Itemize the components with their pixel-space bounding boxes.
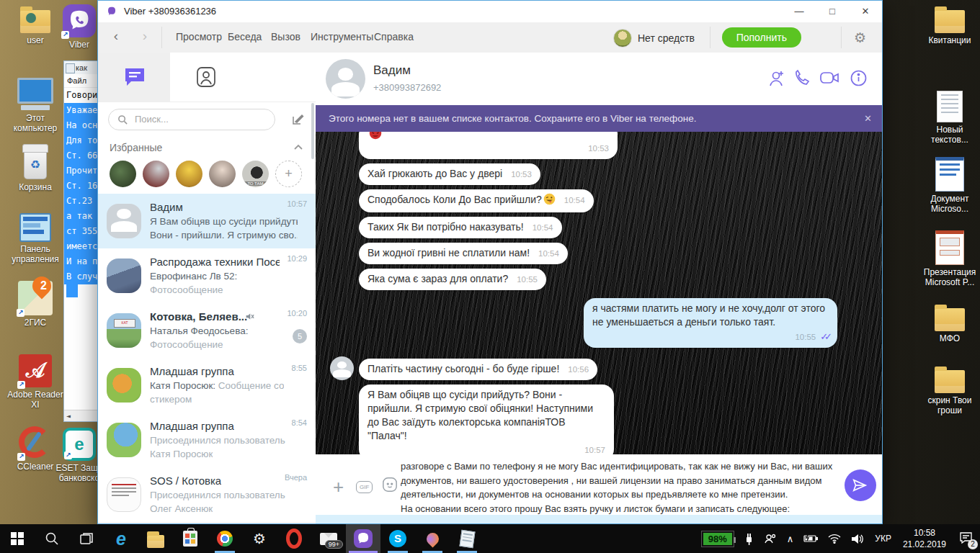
message-incoming[interactable]: Я Вам обіцяв що сусіди прийдуть? Вони - … <box>359 385 614 454</box>
plug-icon[interactable] <box>744 533 754 545</box>
notepad-horizontal-scrollbar[interactable]: ◄ <box>64 410 98 421</box>
people-icon[interactable] <box>764 533 777 544</box>
desktop-icon-recycle-bin[interactable]: ♻ Корзина <box>6 144 65 193</box>
minimize-button[interactable]: — <box>783 1 816 22</box>
speaker-icon[interactable] <box>851 534 864 544</box>
taskbar-search-button[interactable] <box>35 524 69 553</box>
taskbar-edge[interactable]: e <box>104 524 138 553</box>
action-center-button[interactable]: 2 <box>959 531 973 547</box>
taskbar-map-pin-app[interactable] <box>415 524 450 553</box>
nav-forward-button[interactable]: › <box>135 28 154 44</box>
search-input[interactable]: Поиск... <box>108 109 275 130</box>
message-incoming[interactable]: Платіть частину сьогодні - бо буде гірше… <box>359 359 597 380</box>
window-menubar: ‹ › Просмотр Беседа Вызов Инструменты Сп… <box>98 22 882 53</box>
notepad-menu-file[interactable]: Файл <box>64 74 98 88</box>
desktop-icon-new-text[interactable]: Новый текстов... <box>920 91 979 145</box>
battery-percent-indicator[interactable]: 98% <box>702 531 734 547</box>
menu-conversation[interactable]: Беседа <box>228 31 262 42</box>
clock[interactable]: 10:58 21.02.2019 <box>903 527 946 550</box>
messages-pane[interactable]: 10:53 Хай грюкають до Вас у двері10:53 С… <box>316 132 882 454</box>
message-incoming[interactable]: Ви жодної гривні не сплатили нам!10:54 <box>359 243 568 264</box>
tab-contacts[interactable] <box>170 53 242 102</box>
favorite-avatar[interactable] <box>209 161 236 187</box>
maximize-button[interactable]: □ <box>816 1 849 22</box>
info-icon[interactable] <box>850 69 868 90</box>
settings-gear-icon[interactable]: ⚙ <box>854 30 866 46</box>
chat-list-item[interactable]: Младшая группа 8:55 Катя Поросюк: Сообще… <box>98 358 316 413</box>
favorites-header[interactable]: Избранные <box>98 138 316 159</box>
chat-list-item[interactable]: Младшая группа 8:54 Присоединился пользо… <box>98 413 316 468</box>
favorite-avatar[interactable] <box>143 161 169 187</box>
desktop-icon-skrin-tvoi-groshi[interactable]: скрин Твои гроши <box>920 370 979 416</box>
attach-plus-icon[interactable]: + <box>333 476 344 498</box>
message-input[interactable]: разговоре с Вами по телефону я не могу В… <box>401 459 836 516</box>
battery-icon[interactable] <box>803 534 818 543</box>
sender-avatar[interactable] <box>330 356 354 380</box>
add-favorite-button[interactable]: + <box>275 161 302 187</box>
compose-icon[interactable] <box>291 113 304 126</box>
menu-tools[interactable]: Инструменты <box>311 31 373 42</box>
favorite-avatar[interactable] <box>176 161 202 187</box>
taskbar-chrome[interactable] <box>208 524 242 553</box>
message-incoming[interactable]: Таких Як Ви потрібно наказувать!10:54 <box>359 217 562 238</box>
close-button[interactable]: ✕ <box>849 1 882 22</box>
contact-avatar[interactable] <box>326 59 365 99</box>
taskbar-mail[interactable]: 99+ <box>311 524 346 553</box>
favorite-avatar[interactable]: ТО ТАМ <box>242 161 269 187</box>
favorite-avatar[interactable] <box>110 161 136 187</box>
chat-list-item[interactable]: КАТ Котовка, Беляев... 10:20 5 Наталья Ф… <box>98 303 316 359</box>
tray-expand-chevron[interactable]: ∧ <box>787 534 794 544</box>
avatar <box>107 477 141 512</box>
taskbar-file-explorer[interactable] <box>138 524 173 553</box>
message-outgoing[interactable]: я частями платить не могу и не хочу,долг… <box>584 298 837 348</box>
desktop-icon-mfo[interactable]: МФО <box>920 308 979 344</box>
notepad-text-line: Говори <box>64 88 98 103</box>
start-button[interactable] <box>0 524 35 553</box>
tab-more[interactable] <box>242 53 316 102</box>
nav-back-button[interactable]: ‹ <box>107 28 125 44</box>
menu-view[interactable]: Просмотр <box>176 31 222 42</box>
menu-call[interactable]: Вызов <box>271 31 300 42</box>
message-incoming[interactable]: 10:53 <box>359 132 618 159</box>
desktop-icon-2gis[interactable]: 2 ↗ 2ГИС <box>6 281 65 328</box>
message-incoming[interactable]: Яка сума є зараз для оплати?10:55 <box>359 269 546 290</box>
add-contact-icon[interactable] <box>767 69 785 91</box>
window-titlebar[interactable]: Viber +380936361236 — □ ✕ <box>98 1 882 22</box>
desktop-icon-kvitancii[interactable]: Квитанции <box>920 10 979 46</box>
taskbar-notepad-app[interactable] <box>450 524 484 553</box>
gif-icon[interactable]: GIF <box>356 479 373 493</box>
message-incoming[interactable]: Хай грюкають до Вас у двері10:53 <box>359 163 540 185</box>
wifi-icon[interactable] <box>828 534 841 544</box>
map-pin-icon <box>424 530 441 547</box>
balance-indicator[interactable]: Нет средств <box>613 29 695 48</box>
gear-icon: ⚙ <box>253 530 266 547</box>
taskbar-store[interactable] <box>173 524 208 553</box>
tab-chats[interactable] <box>98 53 170 102</box>
sticker-icon[interactable] <box>382 477 398 495</box>
voice-call-icon[interactable] <box>793 69 811 91</box>
taskbar-opera[interactable] <box>277 524 311 553</box>
taskbar-viber[interactable] <box>346 524 380 553</box>
banner-close-icon[interactable]: ✕ <box>864 105 872 132</box>
desktop-icon-control-panel[interactable]: Панель управления <box>6 213 65 265</box>
topup-button[interactable]: Пополнить <box>722 27 801 48</box>
desktop-icon-writer-doc[interactable]: Документ Microso... <box>920 157 979 215</box>
video-call-icon[interactable] <box>819 69 840 89</box>
language-indicator[interactable]: УКР <box>875 534 891 544</box>
chevron-up-icon[interactable] <box>294 144 303 150</box>
chat-list-item[interactable]: Вадим 10:57 Я Вам обіцяв що сусіди прийд… <box>98 194 316 249</box>
sidebar-scrollbar[interactable] <box>311 103 314 159</box>
desktop-icon-this-pc[interactable]: Этот компьютер <box>6 78 65 134</box>
chat-list-item[interactable]: Распродажа техники Посе... 10:29 Еврофин… <box>98 248 316 304</box>
taskbar-skype[interactable]: S <box>380 524 415 553</box>
notepad-selection-block <box>66 284 78 297</box>
message-incoming[interactable]: Сподобалось Коли До Вас прийшли?10:54 <box>359 189 594 212</box>
desktop-icon-impress-presentation[interactable]: Презентация Microsoft P... <box>920 230 979 288</box>
chat-list-item[interactable]: SOS / Котовка Вчера Присоединился пользо… <box>98 467 316 523</box>
notepad-window[interactable]: как Файл Говори Уважае На осн Для то Ст.… <box>63 60 99 422</box>
desktop-icon-adobe-reader[interactable]: 𝒜 ↗ Adobe Reader XI <box>6 354 65 410</box>
send-button[interactable] <box>845 469 876 501</box>
task-view-button[interactable] <box>69 524 104 553</box>
taskbar-settings[interactable]: ⚙ <box>242 524 277 553</box>
menu-help[interactable]: Справка <box>374 31 414 42</box>
